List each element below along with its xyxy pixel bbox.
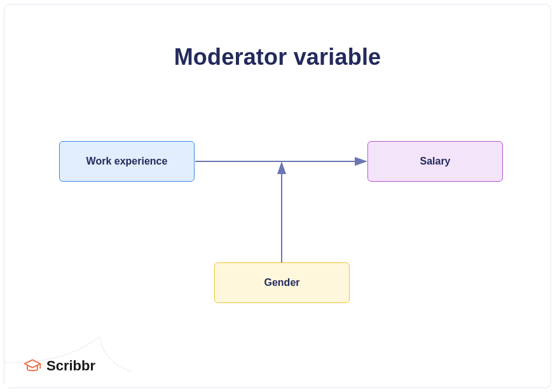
graduation-cap-icon [24, 357, 41, 375]
node-moderator-variable: Gender [214, 262, 350, 303]
brand-logo: Scribbr [24, 357, 95, 375]
node-label: Work experience [86, 156, 168, 167]
node-independent-variable: Work experience [59, 141, 195, 182]
arrow-head-moderator [277, 161, 286, 174]
diagram-frame: Moderator variable Work experience Salar… [4, 4, 551, 388]
diagram-title: Moderator variable [4, 44, 551, 71]
node-label: Salary [420, 156, 450, 167]
brand-area: Scribbr [4, 324, 144, 388]
node-dependent-variable: Salary [367, 141, 503, 182]
arrow-head-main [355, 157, 367, 166]
node-label: Gender [264, 277, 299, 288]
brand-name: Scribbr [46, 358, 95, 374]
